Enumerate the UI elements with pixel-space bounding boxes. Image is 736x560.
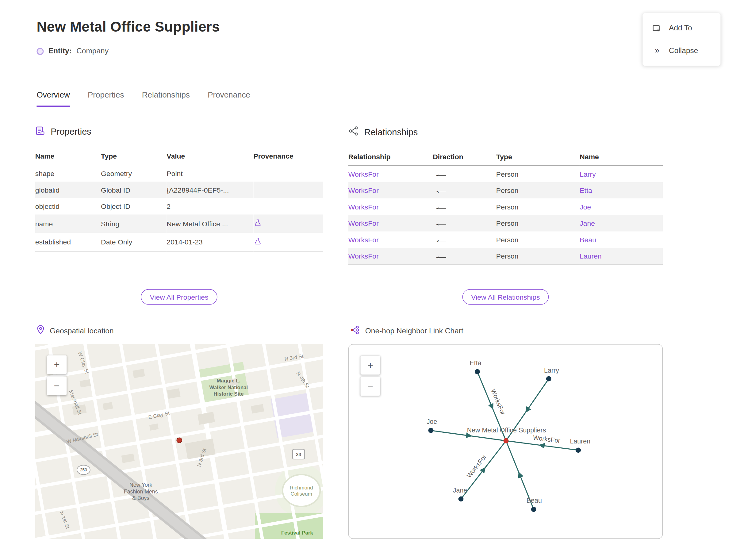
relationship-type: Person bbox=[496, 182, 580, 199]
svg-text:250: 250 bbox=[80, 468, 87, 472]
map-zoom-in-button[interactable]: + bbox=[47, 355, 67, 374]
chart-zoom-out-button[interactable]: − bbox=[361, 377, 380, 396]
related-entity-link[interactable]: Lauren bbox=[580, 252, 602, 260]
property-value: 2 bbox=[167, 198, 253, 215]
edge-arrow-icon bbox=[488, 403, 496, 411]
geospatial-section-header: Geospatial location bbox=[36, 325, 113, 336]
link-chart-zoom-control: + − bbox=[361, 356, 380, 396]
relationships-section: Relationships Relationship Direction Typ… bbox=[348, 126, 663, 265]
property-name: objectid bbox=[35, 198, 101, 215]
map-label-festival-park: Festival Park bbox=[281, 530, 313, 536]
relationship-row: WorksFor ← Person Jane bbox=[348, 215, 663, 232]
tab-properties[interactable]: Properties bbox=[88, 90, 124, 107]
property-name: name bbox=[35, 214, 101, 233]
property-row-globalid: globalid Global ID {A228944F-0EF5-... bbox=[35, 182, 323, 198]
property-provenance-cell bbox=[254, 182, 323, 198]
properties-section-icon bbox=[35, 126, 45, 138]
node-etta[interactable] bbox=[475, 369, 480, 374]
relationship-type: Person bbox=[496, 232, 580, 248]
link-chart-icon bbox=[350, 325, 360, 337]
node-label-jane: Jane bbox=[453, 487, 467, 494]
property-row-objectid: objectid Object ID 2 bbox=[35, 198, 323, 215]
relationship-type: Person bbox=[496, 166, 580, 182]
node-joe[interactable] bbox=[428, 428, 434, 433]
map-label-ny-fashion-3: & Boys bbox=[132, 495, 149, 501]
relationship-link[interactable]: WorksFor bbox=[348, 219, 379, 227]
direction-left-arrow: ← bbox=[433, 170, 450, 178]
node-larry[interactable] bbox=[546, 376, 551, 382]
tab-overview[interactable]: Overview bbox=[36, 90, 70, 107]
related-entity-link[interactable]: Beau bbox=[580, 236, 596, 244]
property-name: established bbox=[35, 233, 101, 251]
node-label-lauren: Lauren bbox=[570, 438, 591, 445]
provenance-flask-icon[interactable] bbox=[254, 221, 262, 228]
node-lauren[interactable] bbox=[576, 447, 581, 453]
relationship-link[interactable]: WorksFor bbox=[348, 252, 379, 260]
direction-left-arrow: ← bbox=[433, 219, 450, 227]
properties-col-value: Value bbox=[167, 148, 253, 165]
relationship-link[interactable]: WorksFor bbox=[348, 170, 379, 178]
relationship-row: WorksFor ← Person Etta bbox=[348, 182, 663, 199]
map-label-ny-fashion-1: New York bbox=[129, 482, 152, 488]
map-label-ny-fashion-2: Fashion Mens bbox=[124, 489, 158, 495]
map-container: + − bbox=[35, 344, 323, 539]
tab-provenance[interactable]: Provenance bbox=[208, 90, 250, 107]
map-label-maggie-3: Historic Site bbox=[213, 391, 243, 397]
direction-left-arrow: ← bbox=[433, 203, 450, 211]
edge-label-worksfor: WorksFor bbox=[533, 434, 561, 444]
add-to-icon bbox=[652, 24, 661, 33]
property-value: Point bbox=[167, 165, 253, 182]
node-beau[interactable] bbox=[531, 507, 536, 512]
related-entity-link[interactable]: Larry bbox=[580, 170, 596, 178]
edge-arrow-icon bbox=[538, 442, 545, 449]
entity-details-page: New Metal Office Suppliers Entity: Compa… bbox=[0, 0, 736, 560]
view-all-properties-button[interactable]: View All Properties bbox=[141, 289, 217, 305]
node-label-joe: Joe bbox=[427, 418, 437, 425]
relationships-table: Relationship Direction Type Name WorksFo… bbox=[348, 149, 663, 265]
property-provenance-cell bbox=[254, 198, 323, 215]
collapse-button[interactable]: » Collapse bbox=[642, 40, 720, 62]
tab-bar: Overview Properties Relationships Proven… bbox=[36, 90, 250, 107]
add-to-button[interactable]: Add To bbox=[642, 17, 720, 39]
property-type: Date Only bbox=[101, 233, 167, 251]
relationships-section-icon bbox=[348, 126, 359, 138]
related-entity-link[interactable]: Joe bbox=[580, 203, 591, 211]
relationship-link[interactable]: WorksFor bbox=[348, 236, 379, 244]
property-provenance-cell bbox=[254, 165, 323, 182]
property-type: String bbox=[101, 214, 167, 233]
link-chart-container: + − WorksFor bbox=[348, 344, 663, 539]
relationship-type: Person bbox=[496, 248, 580, 264]
geospatial-section-title: Geospatial location bbox=[50, 327, 113, 335]
related-entity-link[interactable]: Etta bbox=[580, 186, 592, 194]
node-center[interactable] bbox=[504, 438, 509, 443]
relationship-type: Person bbox=[496, 198, 580, 215]
chart-zoom-in-button[interactable]: + bbox=[361, 356, 380, 374]
node-label-etta: Etta bbox=[470, 359, 481, 367]
route-shield-250: 250 bbox=[77, 465, 90, 475]
node-label-beau: Beau bbox=[527, 497, 542, 504]
map-label-richmond-2: Coliseum bbox=[291, 491, 312, 497]
relationship-link[interactable]: WorksFor bbox=[348, 203, 379, 211]
map-entity-marker[interactable] bbox=[177, 438, 182, 443]
map-label-maggie-2: Walker National bbox=[209, 385, 248, 390]
property-row-established: established Date Only 2014-01-23 bbox=[35, 233, 323, 251]
related-entity-link[interactable]: Jane bbox=[580, 219, 595, 227]
relationships-col-name: Name bbox=[580, 149, 663, 165]
relationships-col-relationship: Relationship bbox=[348, 149, 433, 165]
property-value: 2014-01-23 bbox=[167, 233, 253, 251]
map-canvas[interactable]: 250 33 W Clay St N 3rd St N 4th St Marsh… bbox=[35, 344, 323, 539]
relationship-link[interactable]: WorksFor bbox=[348, 186, 379, 194]
view-all-relationships-button[interactable]: View All Relationships bbox=[462, 289, 549, 305]
tab-relationships[interactable]: Relationships bbox=[142, 90, 190, 107]
direction-left-arrow: ← bbox=[433, 186, 450, 194]
node-jane[interactable] bbox=[458, 497, 464, 502]
link-chart-canvas[interactable]: WorksFor WorksFor WorksFor Etta Larry Jo… bbox=[349, 344, 662, 538]
properties-section: Properties Name Type Value Provenance sh… bbox=[35, 126, 323, 251]
map-zoom-out-button[interactable]: − bbox=[47, 377, 67, 395]
entity-label: Entity: bbox=[48, 47, 72, 56]
map-label-richmond-1: Richmond bbox=[290, 485, 313, 491]
provenance-flask-icon[interactable] bbox=[254, 239, 262, 247]
node-label-larry: Larry bbox=[544, 367, 559, 374]
property-name: globalid bbox=[35, 182, 101, 198]
property-value: New Metal Office ... bbox=[167, 214, 253, 233]
